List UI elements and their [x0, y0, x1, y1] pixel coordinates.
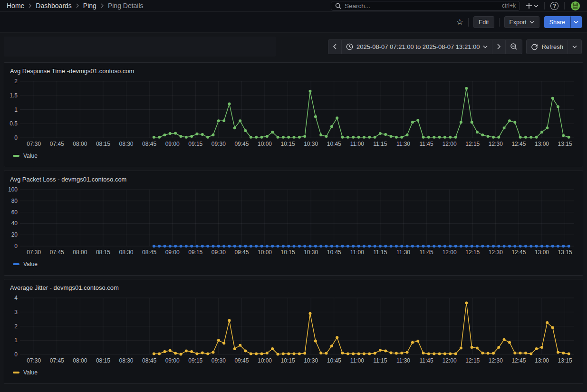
user-avatar[interactable] — [569, 1, 581, 11]
svg-text:100: 100 — [8, 186, 18, 193]
chevron-right-icon — [76, 3, 79, 8]
svg-text:09:45: 09:45 — [234, 141, 249, 147]
svg-text:09:00: 09:00 — [165, 249, 180, 256]
svg-text:2: 2 — [14, 78, 18, 85]
chevron-down-icon — [572, 45, 577, 48]
chart-area[interactable]: 02040608010007:3007:4508:0008:1508:3008:… — [4, 183, 583, 260]
svg-text:4: 4 — [14, 295, 18, 301]
export-label: Export — [510, 19, 527, 26]
chart-area[interactable]: 00.511.5207:3007:4508:0008:1508:3008:450… — [4, 75, 583, 152]
svg-text:12:15: 12:15 — [465, 141, 480, 147]
breadcrumb-dashboards[interactable]: Dashboards — [36, 2, 72, 10]
packet-loss-chart[interactable]: 02040608010007:3007:4508:0008:1508:3008:… — [8, 183, 579, 260]
svg-text:08:30: 08:30 — [119, 141, 133, 147]
svg-text:09:30: 09:30 — [212, 141, 226, 147]
export-button[interactable]: Export — [504, 16, 539, 28]
chart-legend: Value — [4, 369, 583, 376]
svg-text:0.5: 0.5 — [10, 120, 18, 127]
chart-legend: Value — [4, 152, 583, 159]
search-input[interactable]: Search... ctrl+k — [331, 1, 520, 11]
svg-text:11:00: 11:00 — [350, 249, 364, 256]
chevron-right-icon — [497, 44, 501, 49]
svg-text:10:30: 10:30 — [304, 141, 318, 147]
svg-text:12:30: 12:30 — [489, 357, 503, 364]
legend-label[interactable]: Value — [23, 261, 38, 268]
svg-text:10:45: 10:45 — [327, 141, 341, 147]
svg-text:11:30: 11:30 — [396, 249, 410, 256]
chart-legend: Value — [4, 260, 583, 268]
share-menu-button[interactable] — [570, 16, 582, 28]
svg-text:60: 60 — [11, 209, 18, 216]
svg-text:3: 3 — [14, 309, 18, 316]
breadcrumb-ping-details: Ping Details — [108, 2, 144, 10]
svg-text:13:15: 13:15 — [558, 141, 572, 147]
search-icon — [335, 3, 341, 9]
divider — [499, 18, 500, 27]
svg-text:08:15: 08:15 — [96, 249, 110, 256]
svg-text:07:45: 07:45 — [50, 249, 64, 256]
refresh-interval-button[interactable] — [568, 40, 581, 54]
svg-text:11:00: 11:00 — [350, 357, 364, 364]
panel-title[interactable]: Avg Response Time -devmgs01.contoso.com — [4, 66, 583, 75]
svg-text:08:45: 08:45 — [142, 357, 156, 364]
svg-text:11:30: 11:30 — [396, 357, 410, 364]
svg-text:12:15: 12:15 — [465, 357, 480, 364]
svg-text:1: 1 — [14, 337, 18, 344]
panel-avg-response-time: Avg Response Time -devmgs01.contoso.com … — [4, 62, 583, 167]
breadcrumb-ping[interactable]: Ping — [83, 2, 96, 10]
chart-area[interactable]: 0123407:3007:4508:0008:1508:3008:4509:00… — [4, 292, 583, 369]
time-shift-back-button[interactable] — [328, 40, 341, 54]
star-icon[interactable]: ☆ — [456, 18, 463, 26]
top-nav-bar: Home Dashboards Ping Ping Details Search… — [0, 0, 587, 12]
refresh-button[interactable]: Refresh — [527, 40, 568, 54]
time-range-picker-button[interactable]: 2025-08-07 07:21:00 to 2025-08-07 13:21:… — [341, 40, 492, 54]
svg-text:11:15: 11:15 — [373, 357, 387, 364]
svg-text:12:00: 12:00 — [443, 249, 457, 256]
breadcrumb: Home Dashboards Ping Ping Details — [7, 2, 144, 10]
svg-text:09:30: 09:30 — [212, 249, 226, 256]
add-button[interactable] — [525, 2, 539, 9]
svg-text:08:15: 08:15 — [96, 357, 110, 364]
svg-text:09:15: 09:15 — [188, 141, 202, 147]
svg-text:07:30: 07:30 — [27, 357, 41, 364]
zoom-out-icon — [510, 43, 518, 50]
svg-text:08:00: 08:00 — [73, 141, 87, 147]
svg-text:10:30: 10:30 — [304, 357, 318, 364]
legend-label[interactable]: Value — [23, 369, 38, 376]
panel-average-jitter: Average Jitter - devmgs01.contoso.com 01… — [4, 279, 583, 384]
dashboard-panels: Avg Response Time -devmgs01.contoso.com … — [0, 60, 587, 384]
svg-text:10:30: 10:30 — [304, 249, 318, 256]
svg-text:0: 0 — [14, 243, 18, 249]
panel-title[interactable]: Average Jitter - devmgs01.contoso.com — [4, 283, 583, 292]
time-shift-forward-button[interactable] — [492, 40, 505, 54]
divider — [544, 2, 545, 10]
svg-text:10:00: 10:00 — [258, 249, 272, 256]
svg-text:10:15: 10:15 — [281, 357, 295, 364]
svg-text:10:00: 10:00 — [258, 357, 272, 364]
help-button[interactable]: ? — [549, 2, 559, 10]
share-split-button: Share — [544, 16, 582, 28]
time-range-label: 2025-08-07 07:21:00 to 2025-08-07 13:21:… — [356, 43, 480, 50]
svg-text:2: 2 — [14, 323, 18, 330]
panel-avg-packet-loss: Avg Packet Loss - devmgs01.contoso.com 0… — [4, 171, 583, 276]
response-time-chart[interactable]: 00.511.5207:3007:4508:0008:1508:3008:450… — [8, 75, 579, 152]
svg-text:10:45: 10:45 — [327, 357, 341, 364]
share-button[interactable]: Share — [544, 16, 570, 28]
chevron-down-icon — [529, 20, 534, 24]
breadcrumb-home[interactable]: Home — [7, 2, 24, 10]
chevron-right-icon — [28, 3, 32, 8]
dashboard-action-bar: ☆ Edit Export Share — [0, 12, 587, 33]
jitter-chart[interactable]: 0123407:3007:4508:0008:1508:3008:4509:00… — [8, 292, 579, 369]
legend-label[interactable]: Value — [23, 153, 38, 159]
divider — [468, 18, 469, 27]
svg-text:12:00: 12:00 — [443, 141, 457, 147]
svg-text:08:00: 08:00 — [73, 357, 87, 364]
svg-text:09:00: 09:00 — [165, 141, 180, 147]
edit-button[interactable]: Edit — [473, 16, 494, 28]
svg-text:07:30: 07:30 — [27, 249, 41, 256]
panel-title[interactable]: Avg Packet Loss - devmgs01.contoso.com — [4, 174, 583, 183]
search-placeholder: Search... — [345, 2, 499, 10]
svg-text:1: 1 — [14, 106, 18, 113]
zoom-out-button[interactable] — [505, 40, 522, 54]
svg-text:11:45: 11:45 — [419, 249, 433, 256]
